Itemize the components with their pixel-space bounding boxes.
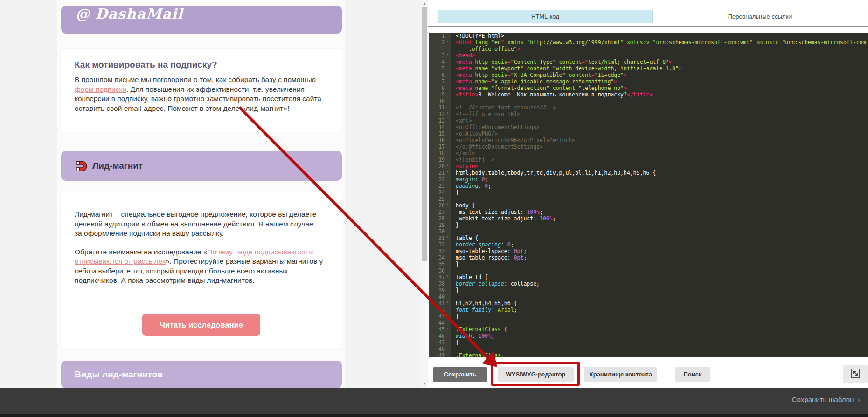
email-heading: Как мотивировать на подписку? [61,49,342,70]
save-button[interactable]: Сохранить [433,367,487,382]
magnet-icon [75,160,87,172]
code-line: 44 [429,320,868,326]
code-line: 37▾table td { [429,274,868,280]
tab-divider [428,26,868,27]
search-button[interactable]: Поиск [675,367,710,382]
code-line: 18</xml> [429,150,868,157]
chevron-right-icon: › [857,395,860,404]
code-line: 48 [429,346,868,352]
code-line: 26▾body { [429,202,868,209]
tab-personal-links[interactable]: Персональные ссылки [653,10,867,23]
leadmagnet-content-card: Лид-магнит – специальное выгодное предло… [61,191,342,349]
preview-scrollbar[interactable]: ▲ ▼ [421,0,428,388]
code-line: 5<meta name="viewport" content="width=de… [429,65,868,72]
code-line: 31▾table { [429,235,868,241]
code-line: 29} [429,222,868,228]
scrollbar-thumb[interactable] [422,7,427,261]
research-paragraph: Обратите внимание на исследование «Почем… [61,247,342,286]
code-line: 17</o:OfficeDocumentSettings> [429,144,868,150]
code-line: 47} [429,339,868,346]
expand-diagonal-icon [850,368,861,380]
code-line: 40 [429,294,868,300]
code-line: 9<title>8. Welcome. Как повышать конверс… [429,91,868,98]
code-line: 39} [429,287,868,294]
code-line: 4<meta http-equiv="Content-Type" content… [429,59,868,65]
code-editor[interactable]: 1<!DOCTYPE html>2▾<html lang="en" xmlns=… [429,33,868,357]
email-intro-card: Как мотивировать на подписку? В прошлом … [61,49,342,132]
content-storage-button[interactable]: Хранилище контента [584,367,657,382]
code-line: 42font-family: Arial; [429,307,868,313]
code-line: :office:office"> [429,46,868,52]
code-line: 32border-spacing: 0; [429,241,868,248]
code-line: 7<meta name="x-apple-disable-message-ref… [429,78,868,85]
code-line: 12▾<!--[if gte mso 16]> [429,111,868,117]
expand-button[interactable] [843,365,868,383]
code-line: 13<xml> [429,117,868,124]
scroll-up-icon[interactable]: ▲ [421,0,428,7]
template-editor-window: @ DashaMail Как мотивировать на подписку… [0,0,868,417]
email-preview-pane: @ DashaMail Как мотивировать на подписку… [0,0,428,388]
leadmagnet-types-title: Виды лид-магнитов [75,369,163,380]
email-intro-text: В прошлом письме мы поговорили о том, ка… [61,75,342,113]
code-line: 43} [429,313,868,320]
read-research-button[interactable]: Читать исследование [142,314,260,336]
code-line: 30 [429,228,868,235]
code-line: 2▾<html lang="en" xmlns="http://www.w3.o… [429,39,868,46]
code-line: 27-ms-text-size-adjust: 100%; [429,209,868,215]
code-line: 20▾<style> [429,163,868,170]
code-line: 23padding: 0; [429,183,868,189]
code-line: 41▾h1,h2,h3,h4,h5,h6 { [429,300,868,307]
tab-html-code[interactable]: HTML-код [438,10,653,23]
wysiwyg-editor-button[interactable]: WYSIWYG-редактор [498,367,574,382]
code-line: 16<o:PixelsPerInch>96</o:PixelsPerInch> [429,137,868,144]
code-line: 46width: 100%; [429,333,868,339]
code-line: 28-webkit-text-size-adjust: 100%; [429,215,868,222]
code-line: 36 [429,267,868,274]
dashamail-logo: @ DashaMail [61,6,342,22]
code-line: 24} [429,189,868,196]
save-template-link[interactable]: Сохранить шаблон› [792,395,860,404]
subscription-forms-link[interactable]: форм подписки [75,85,126,93]
code-line: 14<o:OfficeDocumentSettings> [429,124,868,130]
leadmagnet-section-header: Лид-магнит [61,151,342,181]
leadmagnet-section-title: Лид-магнит [92,161,143,171]
code-line: 10 [429,98,868,104]
code-line: 6<meta http-equiv="X-UA-Compatible" cont… [429,72,868,78]
code-line: 8<meta name="format-detection" content="… [429,85,868,91]
code-line: 21▾html,body,table,tbody,tr,td,div,p,ul,… [429,170,868,176]
scroll-down-icon[interactable]: ▼ [421,381,428,387]
code-line: 3▾<head> [429,52,868,59]
code-line: 11<!--##custom-font-resource##--> [429,104,868,111]
email-header-block: @ DashaMail [61,6,342,34]
leadmagnet-types-header: Виды лид-магнитов [61,361,342,388]
code-editor-pane: HTML-код Персональные ссылки 1<!DOCTYPE … [428,0,868,388]
code-line: 15<o:AllowPNG/> [429,130,868,137]
code-line: 25 [429,196,868,202]
code-line: 22margin: 0; [429,176,868,183]
code-line: 49.ExternalClass, [429,352,868,357]
leadmagnet-paragraph: Лид-магнит – специальное выгодное предло… [61,210,342,239]
code-line: 33mso-table-lspace: 0pt; [429,248,868,254]
bottom-bar: Сохранить шаблон› [0,388,868,417]
code-line: 19<![endif]--> [429,157,868,163]
code-line: 38border-collapse: collapse; [429,280,868,287]
code-line: 1<!DOCTYPE html> [429,33,868,39]
code-line: 45▾.ExternalClass { [429,326,868,333]
code-line: 35} [429,261,868,267]
code-line: 34mso-table-rspace: 0pt; [429,254,868,261]
